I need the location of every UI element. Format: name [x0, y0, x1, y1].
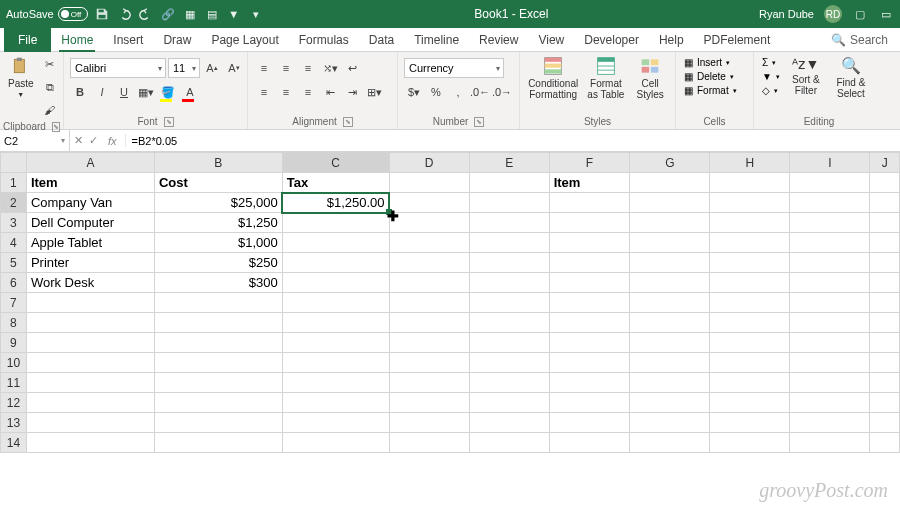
cell-H9[interactable]: [710, 333, 790, 353]
cell-E10[interactable]: [469, 353, 549, 373]
cell-B11[interactable]: [154, 373, 282, 393]
cell-A2[interactable]: Company Van: [26, 193, 154, 213]
merge-center-icon[interactable]: ⊞▾: [364, 82, 384, 102]
cell-B1[interactable]: Cost: [154, 173, 282, 193]
cell-A12[interactable]: [26, 393, 154, 413]
sort-filter-button[interactable]: ᴬᴢ▼ Sort & Filter: [786, 54, 826, 98]
cell-J5[interactable]: [870, 253, 900, 273]
cell-D3[interactable]: [389, 213, 469, 233]
row-header-2[interactable]: 2: [1, 193, 27, 213]
cell-B4[interactable]: $1,000: [154, 233, 282, 253]
cell-D8[interactable]: [389, 313, 469, 333]
cell-A6[interactable]: Work Desk: [26, 273, 154, 293]
col-header-D[interactable]: D: [389, 153, 469, 173]
col-header-A[interactable]: A: [26, 153, 154, 173]
cell-E7[interactable]: [469, 293, 549, 313]
cell-H6[interactable]: [710, 273, 790, 293]
cell-C3[interactable]: [282, 213, 389, 233]
tab-help[interactable]: Help: [649, 28, 694, 52]
cell-B9[interactable]: [154, 333, 282, 353]
row-header-9[interactable]: 9: [1, 333, 27, 353]
cell-E9[interactable]: [469, 333, 549, 353]
cell-B12[interactable]: [154, 393, 282, 413]
col-header-C[interactable]: C: [282, 153, 389, 173]
cell-C12[interactable]: [282, 393, 389, 413]
alignment-dialog-icon[interactable]: ⬊: [343, 117, 353, 127]
cell-B14[interactable]: [154, 433, 282, 453]
cell-C9[interactable]: [282, 333, 389, 353]
cell-J8[interactable]: [870, 313, 900, 333]
cell-F14[interactable]: [549, 433, 630, 453]
cell-E6[interactable]: [469, 273, 549, 293]
cell-G3[interactable]: [630, 213, 710, 233]
cell-A1[interactable]: Item: [26, 173, 154, 193]
cell-C10[interactable]: [282, 353, 389, 373]
cell-D7[interactable]: [389, 293, 469, 313]
cell-F8[interactable]: [549, 313, 630, 333]
cell-A9[interactable]: [26, 333, 154, 353]
fill-handle[interactable]: [386, 209, 392, 215]
ribbon-collapse-icon[interactable]: ▭: [878, 6, 894, 22]
row-header-3[interactable]: 3: [1, 213, 27, 233]
row-header-11[interactable]: 11: [1, 373, 27, 393]
cell-G14[interactable]: [630, 433, 710, 453]
cell-C5[interactable]: [282, 253, 389, 273]
wrap-text-icon[interactable]: ↩: [342, 58, 362, 78]
font-size-select[interactable]: 11: [168, 58, 200, 78]
cell-I9[interactable]: [790, 333, 870, 353]
cell-A8[interactable]: [26, 313, 154, 333]
paste-button[interactable]: Paste ▼: [6, 54, 36, 100]
tab-formulas[interactable]: Formulas: [289, 28, 359, 52]
number-dialog-icon[interactable]: ⬊: [474, 117, 484, 127]
cell-D5[interactable]: [389, 253, 469, 273]
cell-styles-button[interactable]: Cell Styles: [631, 54, 669, 102]
find-select-button[interactable]: 🔍 Find & Select: [830, 54, 872, 101]
cell-B2[interactable]: $25,000: [154, 193, 282, 213]
row-header-5[interactable]: 5: [1, 253, 27, 273]
enter-formula-icon[interactable]: ✓: [89, 134, 98, 147]
cell-G11[interactable]: [630, 373, 710, 393]
align-middle-icon[interactable]: ≡: [276, 58, 296, 78]
clear-button[interactable]: ◇▾: [760, 84, 782, 97]
autosum-button[interactable]: Σ▾: [760, 56, 782, 69]
cell-B7[interactable]: [154, 293, 282, 313]
cell-G10[interactable]: [630, 353, 710, 373]
decrease-indent-icon[interactable]: ⇤: [320, 82, 340, 102]
currency-icon[interactable]: $▾: [404, 82, 424, 102]
cell-F3[interactable]: [549, 213, 630, 233]
decrease-decimal-icon[interactable]: .0→: [492, 82, 512, 102]
cell-I6[interactable]: [790, 273, 870, 293]
cell-F6[interactable]: [549, 273, 630, 293]
cell-I3[interactable]: [790, 213, 870, 233]
row-header-10[interactable]: 10: [1, 353, 27, 373]
row-header-6[interactable]: 6: [1, 273, 27, 293]
tab-review[interactable]: Review: [469, 28, 528, 52]
cell-E14[interactable]: [469, 433, 549, 453]
redo-icon[interactable]: [138, 6, 154, 22]
cell-J4[interactable]: [870, 233, 900, 253]
cell-E5[interactable]: [469, 253, 549, 273]
cell-J10[interactable]: [870, 353, 900, 373]
insert-cells-button[interactable]: ▦Insert▾: [682, 56, 739, 69]
tab-file[interactable]: File: [4, 28, 51, 52]
fill-button[interactable]: ▼▾: [760, 70, 782, 83]
cell-C2[interactable]: $1,250.00✚: [282, 193, 389, 213]
font-color-icon[interactable]: A: [180, 82, 200, 102]
cell-G6[interactable]: [630, 273, 710, 293]
cell-D14[interactable]: [389, 433, 469, 453]
cell-D10[interactable]: [389, 353, 469, 373]
cell-A10[interactable]: [26, 353, 154, 373]
cell-I10[interactable]: [790, 353, 870, 373]
borders-icon[interactable]: ▦▾: [136, 82, 156, 102]
grow-font-icon[interactable]: A▴: [202, 58, 222, 78]
cell-F13[interactable]: [549, 413, 630, 433]
formula-input[interactable]: =B2*0.05: [126, 135, 900, 147]
cell-E8[interactable]: [469, 313, 549, 333]
font-dialog-icon[interactable]: ⬊: [164, 117, 174, 127]
cell-A5[interactable]: Printer: [26, 253, 154, 273]
cell-G8[interactable]: [630, 313, 710, 333]
toggle-switch[interactable]: Off: [58, 7, 88, 21]
font-name-select[interactable]: Calibri: [70, 58, 166, 78]
grid-icon[interactable]: ▦: [182, 6, 198, 22]
cell-F9[interactable]: [549, 333, 630, 353]
